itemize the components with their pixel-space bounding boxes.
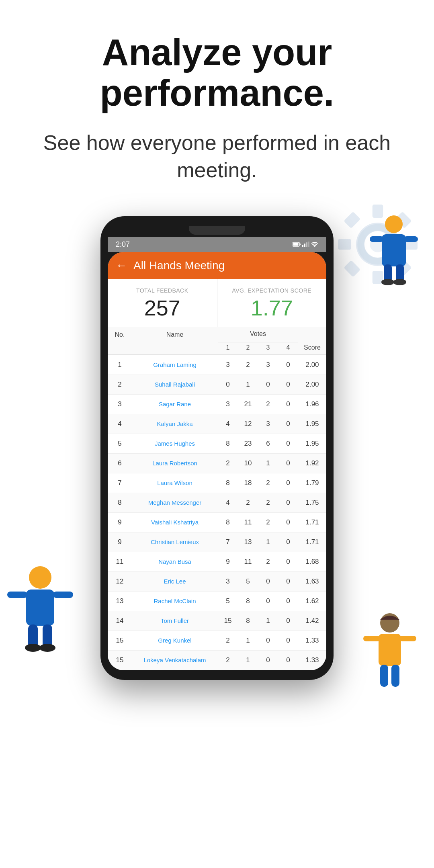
cell-v3: 0 [258,651,278,670]
cell-v4: 0 [278,473,298,493]
table-row: 12 Eric Lee 3 5 0 0 1.63 [108,572,326,592]
cell-name: Sagar Rane [132,395,218,413]
signal-icon [302,242,309,247]
status-icons [293,242,318,247]
svg-rect-11 [382,234,406,266]
svg-point-17 [393,279,406,285]
cell-score: 1.68 [298,552,326,571]
cell-no: 13 [108,592,132,611]
svg-point-16 [381,279,394,285]
table-row: 5 James Hughes 8 23 6 0 1.95 [108,434,326,454]
cell-v2: 2 [238,493,258,512]
cell-v1: 8 [218,434,238,453]
cell-name: Vaishali Kshatriya [132,513,218,531]
person-bottom-left-icon [0,559,80,664]
svg-rect-37 [306,242,307,247]
cell-no: 2 [108,375,132,394]
cell-v3: 1 [258,532,278,552]
battery-icon [293,242,301,247]
cell-v4: 0 [278,552,298,571]
cell-v4: 0 [278,395,298,414]
cell-v2: 11 [238,552,258,571]
table-row: 9 Vaishali Kshatriya 8 11 2 0 1.71 [108,513,326,532]
cell-no: 11 [108,552,132,571]
cell-score: 1.79 [298,473,326,493]
cell-no: 7 [108,473,132,493]
table-row: 6 Laura Robertson 2 10 1 0 1.92 [108,454,326,473]
cell-v1: 5 [218,592,238,611]
cell-v1: 2 [218,454,238,473]
cell-no: 6 [108,454,132,473]
svg-rect-33 [293,243,299,246]
cell-score: 1.42 [298,611,326,631]
total-feedback-value: 257 [116,297,209,319]
cell-no: 8 [108,493,132,512]
cell-name: Laura Robertson [132,454,218,472]
cell-v2: 1 [238,631,258,650]
cell-score: 1.71 [298,513,326,532]
col-3-header: 3 [258,342,278,354]
table-row: 13 Rachel McClain 5 8 0 0 1.62 [108,592,326,611]
cell-v3: 3 [258,355,278,375]
svg-point-18 [29,566,51,589]
cell-name: Tom Fuller [132,612,218,630]
cell-name: Eric Lee [132,572,218,590]
cell-v3: 3 [258,414,278,434]
table-header-row1: No. Name Votes [108,327,326,342]
svg-rect-28 [363,636,380,641]
table-row: 14 Tom Fuller 15 8 1 0 1.42 [108,611,326,631]
cell-score: 1.95 [298,434,326,453]
person-bottom-right-icon [358,608,422,696]
cell-score: 1.63 [298,572,326,591]
svg-rect-12 [370,236,384,242]
total-feedback-label: TOTAL FEEDBACK [116,287,209,294]
col-2-header: 2 [238,342,258,354]
cell-v4: 0 [278,532,298,552]
cell-v1: 7 [218,532,238,552]
cell-v1: 15 [218,611,238,631]
cell-no: 9 [108,513,132,532]
cell-score: 2.00 [298,375,326,394]
cell-v4: 0 [278,375,298,394]
col-score-header: Score [298,342,326,354]
cell-v4: 0 [278,592,298,611]
cell-v4: 0 [278,454,298,473]
svg-rect-34 [300,244,301,245]
cell-v3: 0 [258,631,278,650]
person-top-right-icon [362,208,426,289]
cell-v2: 1 [238,375,258,394]
cell-no: 5 [108,434,132,453]
cell-v2: 21 [238,395,258,414]
svg-rect-35 [302,245,303,247]
stats-row: TOTAL FEEDBACK 257 AVG. EXPECTATION SCOR… [108,279,326,327]
cell-v1: 9 [218,552,238,571]
col-name-header: Name [132,327,218,342]
wifi-icon [311,242,318,247]
cell-v3: 0 [258,375,278,394]
cell-name: Kalyan Jakka [132,415,218,433]
hero-title: Analyze your performance. [24,32,410,113]
table-header-wrapper: No. Name Votes 1 2 3 4 Score [108,327,326,355]
svg-rect-21 [53,592,73,598]
table-row: 3 Sagar Rane 3 21 2 0 1.96 [108,395,326,414]
table-row: 7 Laura Wilson 8 18 2 0 1.79 [108,473,326,493]
hero-section: Analyze your performance. See how everyo… [0,0,434,200]
col-no-header: No. [108,327,132,342]
col-votes-header: Votes [218,327,298,342]
svg-rect-38 [308,242,309,247]
cell-v4: 0 [278,651,298,670]
back-button[interactable]: ← [116,259,127,272]
cell-no: 1 [108,355,132,375]
table-row: 4 Kalyan Jakka 4 12 3 0 1.95 [108,414,326,434]
cell-v3: 0 [258,592,278,611]
app-header: ← All Hands Meeting [108,252,326,279]
cell-v1: 3 [218,355,238,375]
hero-subtitle: See how everyone performed in each meeti… [24,129,410,184]
svg-rect-36 [304,244,305,247]
cell-no: 15 [108,631,132,650]
cell-v4: 0 [278,513,298,532]
cell-no: 9 [108,532,132,552]
avg-score-value: 1.77 [225,297,319,319]
cell-v2: 8 [238,592,258,611]
cell-no: 14 [108,611,132,631]
